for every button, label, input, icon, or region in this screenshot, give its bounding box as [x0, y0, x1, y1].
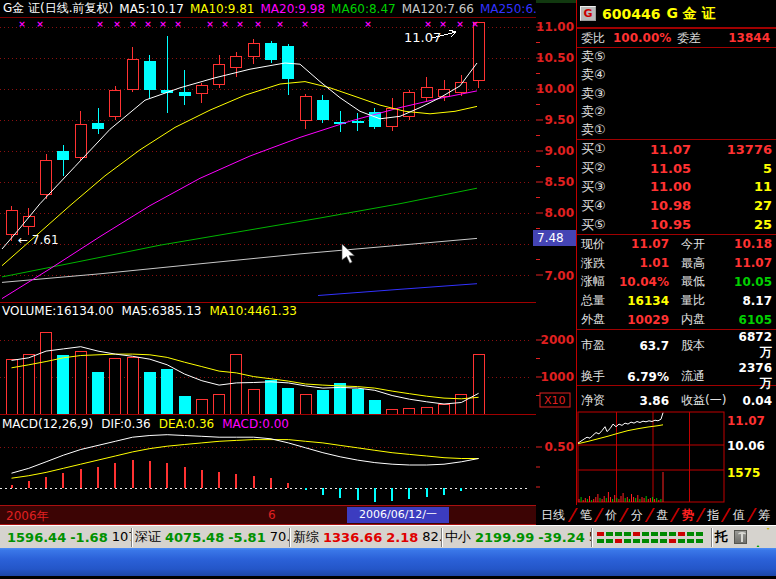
- volume-ma10: MA10:4461.33: [209, 304, 297, 318]
- szse-change: -5.81: [228, 530, 265, 545]
- quote-row: 涨幅 10.04% 最低 10.05: [577, 273, 776, 292]
- macd-params: MACD(12,26,9): [2, 417, 93, 431]
- buy-queue: 买① 11.07 13776 买② 11.05 5 买③ 11.00 11 买④…: [577, 140, 776, 235]
- value-low: 10.05: [733, 275, 776, 289]
- svg-text:← 7.61: ← 7.61: [18, 233, 59, 247]
- svg-text:×: ×: [456, 19, 464, 29]
- updown-icon[interactable]: [753, 530, 773, 545]
- antenna-icon[interactable]: [734, 530, 747, 544]
- sell-row[interactable]: 卖③: [577, 84, 776, 102]
- buy-row[interactable]: 买③ 11.00 11: [577, 178, 776, 197]
- status-index-sse: 上证 1596.44 -1.68 107.8亿: [0, 528, 132, 547]
- svg-text:7.48: 7.48: [537, 231, 564, 245]
- index-status-bar: 上证 1596.44 -1.68 107.8亿 深证 4075.48 -5.81…: [0, 525, 776, 548]
- buy1-price: 11.07: [621, 142, 691, 157]
- svg-text:×: ×: [471, 19, 479, 29]
- ma20-value: MA20:9.98: [260, 2, 325, 16]
- status-index-szse: 深证 4075.48 -5.81 70.54亿: [132, 528, 290, 547]
- time-axis[interactable]: 2006年 6 2006/06/12/一: [0, 505, 536, 525]
- candlestick-chart[interactable]: ×××××××××××××××××××11.07← 7.61: [0, 18, 536, 303]
- intraday-mini-chart[interactable]: 11.0710.061575: [576, 398, 776, 508]
- svg-text:×: ×: [18, 19, 26, 29]
- xz-change: 2.18: [386, 530, 418, 545]
- ma120-value: MA120:7.66: [402, 2, 474, 16]
- buy-row[interactable]: 买② 11.05 5: [577, 159, 776, 178]
- weicha-value: 13844: [709, 31, 772, 45]
- buy-row[interactable]: 买① 11.07 13776: [577, 140, 776, 159]
- buy2-label: 买②: [581, 159, 621, 177]
- buy4-label: 买④: [581, 197, 621, 215]
- svg-text:7.00: 7.00: [544, 269, 574, 283]
- buy3-qty: 11: [691, 179, 772, 194]
- quote-row: 现价 11.07 今开 10.18: [577, 235, 776, 254]
- sell-row[interactable]: 卖①: [577, 121, 776, 139]
- macd-value: MACD:0.00: [222, 417, 289, 431]
- stock-flag-icon: G: [580, 6, 596, 21]
- sell-row[interactable]: 卖②: [577, 103, 776, 121]
- sell3-label: 卖③: [581, 85, 621, 103]
- svg-text:×: ×: [96, 19, 104, 29]
- buy1-qty: 13776: [691, 142, 772, 157]
- time-axis-year: 2006年: [6, 508, 49, 525]
- value-change: 1.01: [613, 256, 669, 270]
- mouse-cursor: [342, 244, 354, 263]
- weibi-value: 100.00%: [613, 31, 675, 45]
- volume-chart[interactable]: [0, 303, 536, 415]
- svg-text:×: ×: [129, 19, 137, 29]
- value-change-pct: 10.04%: [613, 275, 669, 289]
- quote-row: 总量 16134 量比 8.17: [577, 291, 776, 310]
- svg-text:×: ×: [174, 19, 182, 29]
- tab-period-daily[interactable]: 日线: [536, 507, 572, 524]
- sell-row[interactable]: 卖⑤: [577, 48, 776, 66]
- quote-row: 换手 6.79% 流通 2376万: [577, 361, 776, 392]
- svg-text:×: ×: [221, 19, 229, 29]
- sell-row[interactable]: 卖④: [577, 66, 776, 84]
- label-high: 最高: [669, 255, 733, 272]
- chart-title: G金 证(日线.前复权): [3, 0, 113, 17]
- macd-header: MACD(12,26,9) DIF:0.36 DEA:0.36 MACD:0.0…: [2, 417, 534, 431]
- buy5-price: 10.95: [621, 217, 691, 232]
- buy1-label: 买①: [581, 140, 621, 158]
- sme-value: 2199.99: [475, 530, 534, 545]
- label-pe: 市盈: [577, 337, 613, 354]
- svg-text:×: ×: [36, 19, 44, 29]
- value-outer: 10029: [613, 313, 669, 327]
- label-change-pct: 涨幅: [577, 273, 613, 290]
- weicha-label: 委差: [675, 30, 709, 47]
- value-open: 10.18: [733, 237, 776, 251]
- buy3-price: 11.00: [621, 179, 691, 194]
- tuo-button[interactable]: 托: [715, 528, 728, 546]
- buy5-label: 买⑤: [581, 216, 621, 234]
- status-tools: 托: [712, 528, 776, 547]
- buy2-qty: 5: [691, 161, 772, 176]
- volume-ma5: MA5:6385.13: [122, 304, 202, 318]
- sell1-label: 卖①: [581, 121, 621, 139]
- sme-label: 中小: [445, 528, 471, 546]
- volume-header: VOLUME:16134.00 MA5:6385.13 MA10:4461.33: [2, 304, 534, 318]
- stock-code: 600446: [602, 6, 660, 22]
- bottom-tabs: 日线 笔 价 分 盘 势 指 值 筹: [536, 505, 776, 525]
- xz-value: 1336.66: [323, 530, 382, 545]
- svg-text:×: ×: [301, 19, 309, 29]
- svg-text:10.06: 10.06: [727, 439, 765, 453]
- value-vol-ratio: 8.17: [733, 294, 776, 308]
- svg-text:×: ×: [364, 19, 372, 29]
- quote-row: 外盘 10029 内盘 6105: [577, 310, 776, 329]
- ma5-value: MA5:10.17: [119, 2, 184, 16]
- svg-text:2000: 2000: [541, 333, 574, 347]
- buy-row[interactable]: 买⑤ 10.95 25: [577, 215, 776, 234]
- value-price: 11.07: [613, 237, 669, 251]
- volume-value: VOLUME:16134.00: [2, 304, 114, 318]
- xz-label: 新综: [293, 528, 319, 546]
- price-axis: 11.0010.5010.009.509.008.508.007.0020001…: [536, 0, 576, 525]
- dea-value: DEA:0.36: [159, 417, 215, 431]
- svg-text:×: ×: [113, 19, 121, 29]
- label-change: 涨跌: [577, 255, 613, 272]
- sell2-label: 卖②: [581, 103, 621, 121]
- sell5-label: 卖⑤: [581, 48, 621, 66]
- buy-row[interactable]: 买④ 10.98 27: [577, 196, 776, 215]
- quote-row: 市盈 63.7 股本 6872万: [577, 330, 776, 361]
- label-open: 今开: [669, 236, 733, 253]
- buy2-price: 11.05: [621, 161, 691, 176]
- svg-text:×: ×: [439, 19, 447, 29]
